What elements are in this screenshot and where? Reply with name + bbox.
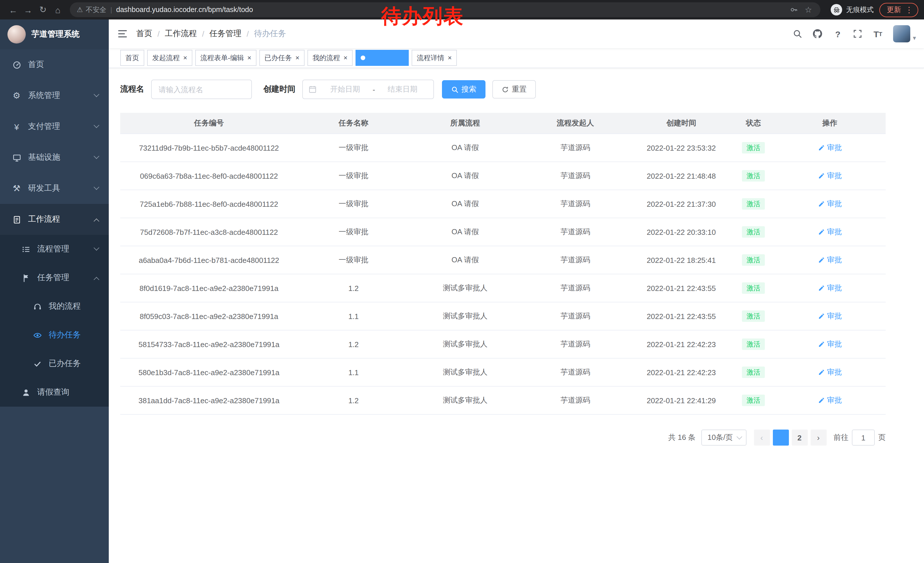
approve-link[interactable]: 审批 (818, 199, 842, 209)
tags-view-tab-6[interactable]: 流程详情× (412, 50, 457, 66)
sidebar-item-label: 任务管理 (37, 273, 90, 283)
search-icon[interactable] (790, 26, 805, 41)
close-icon[interactable]: × (400, 54, 404, 61)
sidebar-item-leave-query[interactable]: 请假查询 (0, 378, 109, 407)
breadcrumb-item[interactable]: 首页 (136, 29, 152, 39)
tags-view-tab-0[interactable]: 首页 (120, 50, 144, 66)
approve-link[interactable]: 审批 (818, 339, 842, 349)
page-number-2[interactable]: 2 (792, 429, 807, 446)
task-name-cell: 一级审批 (298, 218, 410, 246)
approve-link[interactable]: 审批 (818, 255, 842, 265)
process-name-input[interactable] (151, 80, 252, 99)
sidebar-item-workflow[interactable]: 工作流程 (0, 204, 109, 235)
initiator-cell: 芋道源码 (521, 274, 630, 302)
action-cell: 审批 (774, 246, 886, 274)
status-badge: 激活 (742, 282, 765, 294)
browser-reload-icon[interactable]: ↻ (36, 2, 50, 17)
sidebar-item-todo-task[interactable]: 待办任务 (0, 321, 109, 349)
page-jumper: 前往 页 (834, 429, 886, 446)
chevron-down-icon (94, 153, 99, 159)
font-size-icon[interactable]: TT (870, 26, 885, 41)
sidebar-item-payment-management[interactable]: ¥支付管理 (0, 111, 109, 142)
approve-link[interactable]: 审批 (818, 171, 842, 181)
browser-home-icon[interactable]: ⌂ (50, 2, 65, 17)
date-range-picker[interactable]: 开始日期 - 结束日期 (302, 80, 434, 99)
incognito-badge: 无痕模式 (831, 4, 874, 15)
page-size-select[interactable]: 10条/页 (701, 429, 747, 446)
close-icon[interactable]: × (248, 54, 251, 61)
sidebar-item-label: 研发工具 (28, 183, 90, 194)
bookmark-star-icon[interactable]: ☆ (803, 5, 813, 15)
approve-link[interactable]: 审批 (818, 311, 842, 321)
chevron-up-icon (94, 277, 99, 282)
approve-link[interactable]: 审批 (818, 227, 842, 237)
yen-icon: ¥ (12, 122, 22, 131)
flag-icon (21, 273, 31, 282)
sidebar-item-task-management[interactable]: 任务管理 (0, 263, 109, 292)
not-secure-badge[interactable]: ⚠ 不安全 (77, 5, 106, 15)
task-id-cell: 58154733-7ac8-11ec-a9e2-a2380e71991a (120, 330, 298, 358)
sidebar-item-process-management[interactable]: 流程管理 (0, 235, 109, 263)
page-content: 流程名 创建时间 开始日期 - 结束日期 搜索 (109, 68, 924, 446)
tags-view-tab-5[interactable]: 待办任务× (356, 50, 409, 66)
sidebar-item-label: 请假查询 (37, 387, 99, 398)
approve-link[interactable]: 审批 (818, 143, 842, 153)
browser-forward-icon[interactable]: → (21, 2, 36, 17)
calendar-icon (309, 86, 316, 93)
table-row: 75d72608-7b7f-11ec-a3c8-acde48001122一级审批… (120, 218, 886, 246)
help-icon[interactable]: ? (830, 26, 845, 41)
check-icon (32, 359, 42, 368)
next-page-button[interactable]: › (810, 429, 826, 446)
tags-view-tab-2[interactable]: 流程表单-编辑× (195, 50, 256, 66)
sidebar-item-my-process[interactable]: 我的流程 (0, 292, 109, 321)
avatar-caret-icon[interactable]: ▾ (913, 35, 916, 42)
page-jump-input[interactable] (852, 429, 875, 446)
hamburger-icon[interactable] (109, 20, 136, 48)
sidebar-item-infrastructure[interactable]: 基础设施 (0, 142, 109, 173)
prev-page-button[interactable]: ‹ (754, 429, 770, 446)
close-icon[interactable]: × (183, 54, 187, 61)
approve-link[interactable]: 审批 (818, 367, 842, 377)
sidebar-item-system-management[interactable]: ⚙系统管理 (0, 80, 109, 111)
reset-button[interactable]: 重置 (492, 80, 536, 99)
task-id-cell: 8f059c03-7ac8-11ec-a9e2-a2380e71991a (120, 302, 298, 330)
browser-menu-icon[interactable]: ⋮ (905, 5, 913, 14)
tags-view-tab-3[interactable]: 已办任务× (260, 50, 304, 66)
chevron-down-icon (94, 245, 99, 250)
breadcrumb-item[interactable]: 任务管理 (210, 29, 242, 39)
sidebar-item-done-task[interactable]: 已办任务 (0, 349, 109, 378)
page-number-1[interactable]: 1 (772, 429, 789, 446)
task-name-cell: 1.2 (298, 330, 410, 358)
browser-back-icon[interactable]: ← (6, 2, 21, 17)
task-id-cell: 580e1b3d-7ac8-11ec-a9e2-a2380e71991a (120, 358, 298, 386)
approve-link[interactable]: 审批 (818, 283, 842, 293)
chevron-down-icon (94, 184, 99, 189)
approve-link[interactable]: 审批 (818, 395, 842, 405)
fullscreen-icon[interactable] (850, 26, 866, 41)
close-icon[interactable]: × (296, 54, 299, 61)
close-icon[interactable]: × (344, 54, 348, 61)
edit-pencil-icon (818, 200, 825, 207)
sidebar-item-home[interactable]: 首页 (0, 49, 109, 80)
github-icon[interactable] (810, 26, 825, 41)
status-cell: 激活 (733, 274, 774, 302)
address-bar[interactable]: ⚠ 不安全 | dashboard.yudao.iocoder.cn/bpm/t… (70, 2, 820, 17)
close-icon[interactable]: × (448, 54, 452, 61)
table-row: 8f059c03-7ac8-11ec-a9e2-a2380e71991a1.1测… (120, 302, 886, 330)
tab-label: 已办任务 (264, 53, 292, 63)
user-avatar[interactable] (893, 25, 910, 42)
task-id-cell: 75d72608-7b7f-11ec-a3c8-acde48001122 (120, 218, 298, 246)
action-cell: 审批 (774, 274, 886, 302)
search-button[interactable]: 搜索 (442, 80, 486, 99)
breadcrumb-item[interactable]: 工作流程 (165, 29, 197, 39)
app-logo[interactable]: 芋道管理系统 (0, 20, 109, 49)
tags-view-tab-4[interactable]: 我的流程× (308, 50, 352, 66)
sidebar-item-dev-tools[interactable]: ⚒研发工具 (0, 173, 109, 204)
url-text: dashboard.yudao.iocoder.cn/bpm/task/todo (116, 6, 785, 14)
password-key-icon[interactable] (789, 5, 799, 15)
task-name-cell: 1.2 (298, 274, 410, 302)
tags-view-tab-1[interactable]: 发起流程× (147, 50, 192, 66)
process-cell: 测试多审批人 (410, 386, 521, 414)
browser-update-button[interactable]: 更新 ⋮ (879, 3, 918, 17)
breadcrumb-separator: / (247, 29, 249, 38)
